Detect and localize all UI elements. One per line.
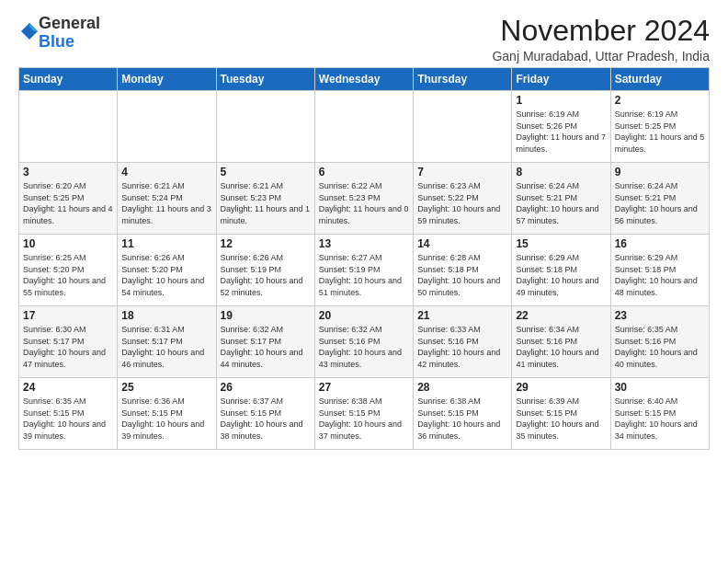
day-number: 16 [615,237,705,250]
day-info: Sunrise: 6:38 AM Sunset: 5:15 PM Dayligh… [417,396,507,442]
day-info: Sunrise: 6:33 AM Sunset: 5:16 PM Dayligh… [417,324,507,370]
day-cell: 30Sunrise: 6:40 AM Sunset: 5:15 PM Dayli… [610,378,709,450]
day-number: 23 [615,309,705,322]
day-info: Sunrise: 6:36 AM Sunset: 5:15 PM Dayligh… [121,396,211,442]
day-number: 13 [319,237,409,250]
day-info: Sunrise: 6:32 AM Sunset: 5:16 PM Dayligh… [319,324,409,370]
day-number: 11 [121,237,211,250]
day-info: Sunrise: 6:29 AM Sunset: 5:18 PM Dayligh… [615,252,705,298]
col-friday: Friday [512,68,610,91]
week-row-4: 24Sunrise: 6:35 AM Sunset: 5:15 PM Dayli… [19,378,710,450]
day-info: Sunrise: 6:40 AM Sunset: 5:15 PM Dayligh… [615,396,705,442]
day-cell: 11Sunrise: 6:26 AM Sunset: 5:20 PM Dayli… [118,235,216,306]
day-cell: 21Sunrise: 6:33 AM Sunset: 5:16 PM Dayli… [414,306,512,378]
day-cell: 1Sunrise: 6:19 AM Sunset: 5:26 PM Daylig… [512,91,610,163]
day-number: 30 [615,381,705,394]
day-number: 14 [417,237,507,250]
day-info: Sunrise: 6:26 AM Sunset: 5:20 PM Dayligh… [121,252,211,298]
day-number: 24 [23,381,113,394]
col-sunday: Sunday [19,68,118,91]
day-info: Sunrise: 6:21 AM Sunset: 5:23 PM Dayligh… [221,180,311,226]
week-row-2: 10Sunrise: 6:25 AM Sunset: 5:20 PM Dayli… [19,235,710,306]
day-number: 25 [121,381,211,394]
logo-icon [20,22,39,40]
day-number: 27 [319,381,409,394]
day-cell: 14Sunrise: 6:28 AM Sunset: 5:18 PM Dayli… [414,235,512,306]
logo-general-text: General [39,14,100,32]
day-number: 5 [221,166,311,178]
day-cell: 24Sunrise: 6:35 AM Sunset: 5:15 PM Dayli… [19,378,118,450]
calendar-table: Sunday Monday Tuesday Wednesday Thursday… [18,67,710,450]
day-cell: 22Sunrise: 6:34 AM Sunset: 5:16 PM Dayli… [512,306,610,378]
day-info: Sunrise: 6:25 AM Sunset: 5:20 PM Dayligh… [23,252,113,298]
day-cell: 20Sunrise: 6:32 AM Sunset: 5:16 PM Dayli… [314,306,413,378]
day-number: 8 [516,166,606,178]
day-number: 15 [516,237,606,250]
day-info: Sunrise: 6:35 AM Sunset: 5:16 PM Dayligh… [615,324,705,370]
week-row-3: 17Sunrise: 6:30 AM Sunset: 5:17 PM Dayli… [19,306,710,378]
day-info: Sunrise: 6:26 AM Sunset: 5:19 PM Dayligh… [221,252,311,298]
day-number: 12 [221,237,311,250]
col-wednesday: Wednesday [314,68,413,91]
day-number: 29 [516,381,606,394]
col-monday: Monday [118,68,216,91]
day-number: 26 [221,381,311,394]
day-info: Sunrise: 6:31 AM Sunset: 5:17 PM Dayligh… [121,324,211,370]
day-cell: 25Sunrise: 6:36 AM Sunset: 5:15 PM Dayli… [118,378,216,450]
week-row-0: 1Sunrise: 6:19 AM Sunset: 5:26 PM Daylig… [19,91,710,163]
day-cell: 7Sunrise: 6:23 AM Sunset: 5:22 PM Daylig… [414,163,512,235]
day-cell [216,91,314,163]
day-info: Sunrise: 6:29 AM Sunset: 5:18 PM Dayligh… [516,252,606,298]
day-number: 28 [417,381,507,394]
day-info: Sunrise: 6:28 AM Sunset: 5:18 PM Dayligh… [417,252,507,298]
day-info: Sunrise: 6:35 AM Sunset: 5:15 PM Dayligh… [23,396,113,442]
header-row: Sunday Monday Tuesday Wednesday Thursday… [19,68,710,91]
logo-blue-text: Blue [39,32,74,51]
day-cell: 15Sunrise: 6:29 AM Sunset: 5:18 PM Dayli… [512,235,610,306]
day-cell [414,91,512,163]
col-thursday: Thursday [414,68,512,91]
day-info: Sunrise: 6:38 AM Sunset: 5:15 PM Dayligh… [319,396,409,442]
day-number: 9 [615,166,705,178]
month-title: November 2024 [492,15,710,47]
day-info: Sunrise: 6:22 AM Sunset: 5:23 PM Dayligh… [319,180,409,226]
day-info: Sunrise: 6:23 AM Sunset: 5:22 PM Dayligh… [417,180,507,226]
week-row-1: 3Sunrise: 6:20 AM Sunset: 5:25 PM Daylig… [19,163,710,235]
day-cell: 28Sunrise: 6:38 AM Sunset: 5:15 PM Dayli… [414,378,512,450]
day-number: 7 [417,166,507,178]
day-cell: 18Sunrise: 6:31 AM Sunset: 5:17 PM Dayli… [118,306,216,378]
day-info: Sunrise: 6:19 AM Sunset: 5:26 PM Dayligh… [516,109,606,155]
day-number: 21 [417,309,507,322]
day-cell: 16Sunrise: 6:29 AM Sunset: 5:18 PM Dayli… [610,235,709,306]
day-cell: 10Sunrise: 6:25 AM Sunset: 5:20 PM Dayli… [19,235,118,306]
day-cell: 27Sunrise: 6:38 AM Sunset: 5:15 PM Dayli… [314,378,413,450]
col-saturday: Saturday [610,68,709,91]
day-cell [118,91,216,163]
day-cell: 3Sunrise: 6:20 AM Sunset: 5:25 PM Daylig… [19,163,118,235]
page: General Blue November 2024 Ganj Muradaba… [0,0,728,459]
day-cell: 23Sunrise: 6:35 AM Sunset: 5:16 PM Dayli… [610,306,709,378]
day-cell: 8Sunrise: 6:24 AM Sunset: 5:21 PM Daylig… [512,163,610,235]
day-info: Sunrise: 6:30 AM Sunset: 5:17 PM Dayligh… [23,324,113,370]
day-number: 22 [516,309,606,322]
day-info: Sunrise: 6:19 AM Sunset: 5:25 PM Dayligh… [615,109,705,155]
day-cell: 29Sunrise: 6:39 AM Sunset: 5:15 PM Dayli… [512,378,610,450]
day-info: Sunrise: 6:20 AM Sunset: 5:25 PM Dayligh… [23,180,113,226]
day-info: Sunrise: 6:24 AM Sunset: 5:21 PM Dayligh… [615,180,705,226]
day-number: 17 [23,309,113,322]
day-cell: 17Sunrise: 6:30 AM Sunset: 5:17 PM Dayli… [19,306,118,378]
day-number: 6 [319,166,409,178]
day-cell: 6Sunrise: 6:22 AM Sunset: 5:23 PM Daylig… [314,163,413,235]
day-cell: 12Sunrise: 6:26 AM Sunset: 5:19 PM Dayli… [216,235,314,306]
day-info: Sunrise: 6:21 AM Sunset: 5:24 PM Dayligh… [121,180,211,226]
day-number: 20 [319,309,409,322]
day-cell: 9Sunrise: 6:24 AM Sunset: 5:21 PM Daylig… [610,163,709,235]
day-info: Sunrise: 6:32 AM Sunset: 5:17 PM Dayligh… [221,324,311,370]
day-number: 4 [121,166,211,178]
day-info: Sunrise: 6:34 AM Sunset: 5:16 PM Dayligh… [516,324,606,370]
day-cell: 26Sunrise: 6:37 AM Sunset: 5:15 PM Dayli… [216,378,314,450]
day-cell [314,91,413,163]
day-cell: 4Sunrise: 6:21 AM Sunset: 5:24 PM Daylig… [118,163,216,235]
col-tuesday: Tuesday [216,68,314,91]
day-number: 18 [121,309,211,322]
